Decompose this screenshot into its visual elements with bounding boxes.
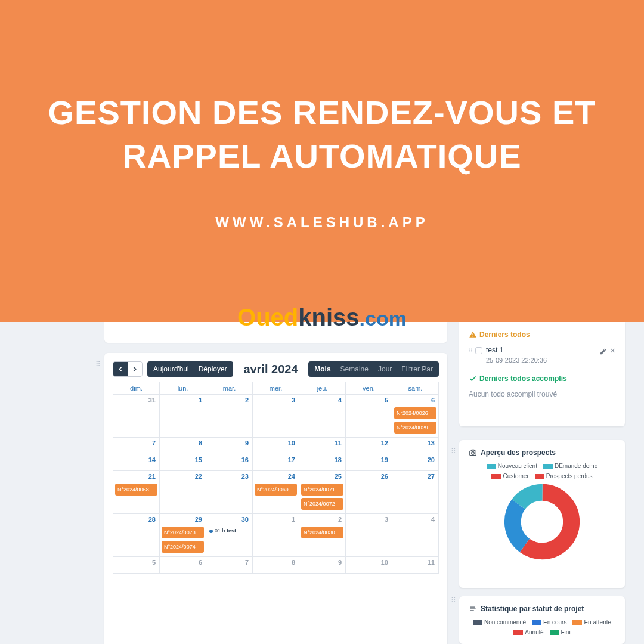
calendar-event[interactable]: N°2024/0026 bbox=[394, 407, 436, 419]
prospects-legend: Nouveau clientDEmande demoCustomerProspe… bbox=[469, 463, 615, 479]
calendar-day-cell[interactable]: 20 bbox=[392, 454, 438, 470]
calendar-event[interactable]: N°2024/0029 bbox=[394, 422, 436, 434]
calendar-event[interactable]: N°2024/0030 bbox=[301, 527, 343, 538]
menu-icon bbox=[469, 605, 477, 613]
calendar-day-cell[interactable]: 25N°2024/0071N°2024/0072 bbox=[299, 471, 345, 513]
day-number: 5 bbox=[152, 559, 156, 566]
delete-todo-button[interactable]: ✕ bbox=[610, 347, 615, 357]
view-day-button[interactable]: Jour bbox=[373, 365, 397, 373]
calendar-card: Aujourd'hui Déployer avril 2024 Mois Sem… bbox=[104, 353, 447, 644]
legend-item: Non commencé bbox=[473, 619, 526, 626]
day-number: 9 bbox=[245, 439, 249, 447]
calendar-day-cell[interactable]: 4 bbox=[392, 514, 438, 556]
donut-chart bbox=[503, 483, 581, 561]
calendar-day-cell[interactable]: 3001 h test bbox=[206, 514, 252, 556]
calendar-day-cell[interactable]: 26 bbox=[345, 471, 392, 513]
calendar-day-cell[interactable]: 16 bbox=[206, 454, 252, 470]
calendar-event[interactable]: N°2024/0069 bbox=[255, 484, 297, 496]
calendar-day-cell[interactable]: 6 bbox=[159, 557, 206, 573]
hero-title: GESTION DES RENDEZ-VOUS ET RAPPEL AUTOMA… bbox=[48, 91, 596, 178]
legend-swatch bbox=[543, 464, 553, 469]
calendar-prev-button[interactable] bbox=[113, 362, 128, 376]
calendar-day-cell[interactable]: 2 bbox=[206, 395, 252, 437]
calendar-day-cell[interactable]: 4 bbox=[299, 395, 345, 437]
edit-todo-button[interactable] bbox=[599, 347, 608, 357]
status-card: Statistique par statut de projet Non com… bbox=[459, 596, 625, 644]
day-number: 5 bbox=[385, 397, 388, 404]
calendar-day-cell[interactable]: 7 bbox=[206, 557, 252, 573]
legend-item: Annulé bbox=[513, 629, 543, 636]
calendar-day-cell[interactable]: 31 bbox=[113, 395, 159, 437]
today-button[interactable]: Aujourd'hui bbox=[150, 365, 193, 373]
day-number: 20 bbox=[428, 456, 435, 463]
calendar-event[interactable]: N°2024/0072 bbox=[301, 498, 343, 510]
calendar-nav-left: Aujourd'hui Déployer bbox=[113, 361, 233, 377]
calendar-day-cell[interactable]: 2N°2024/0030 bbox=[299, 514, 345, 556]
calendar-day-cell[interactable]: 10 bbox=[345, 557, 392, 573]
svg-rect-1 bbox=[472, 336, 473, 336]
todo-actions: ✕ bbox=[599, 347, 615, 357]
drag-handle-icon[interactable]: ⠿ bbox=[469, 348, 472, 354]
todo-text: test 1 25-09-2023 22:20:36 bbox=[486, 346, 596, 364]
calendar-day-cell[interactable]: 5 bbox=[345, 395, 392, 437]
todo-checkbox[interactable] bbox=[475, 347, 482, 354]
calendar-day-cell[interactable]: 21N°2024/0068 bbox=[113, 471, 159, 513]
status-legend: Non commencéEn coursEn attenteAnnuléFini bbox=[469, 619, 615, 636]
calendar-day-cell[interactable]: 10 bbox=[252, 438, 299, 454]
calendar-next-button[interactable] bbox=[128, 362, 142, 376]
previous-card-bottom bbox=[104, 322, 447, 343]
calendar-day-cell[interactable]: 3 bbox=[345, 514, 392, 556]
calendar-day-cell[interactable]: 29N°2024/0073N°2024/0074 bbox=[159, 514, 206, 556]
dot-icon bbox=[209, 530, 213, 533]
drag-handle-icon[interactable]: ⠿ bbox=[95, 360, 100, 369]
calendar-day-cell[interactable]: 11 bbox=[299, 438, 345, 454]
legend-swatch bbox=[487, 464, 496, 469]
calendar-day-cell[interactable]: 18 bbox=[299, 454, 345, 470]
calendar-day-cell[interactable]: 3 bbox=[252, 395, 299, 437]
calendar-day-cell[interactable]: 22 bbox=[159, 471, 206, 513]
calendar-timed-event[interactable]: 01 h test bbox=[208, 527, 250, 535]
calendar-day-cell[interactable]: 11 bbox=[392, 557, 438, 573]
drag-handle-icon[interactable]: ⠿ bbox=[451, 447, 455, 456]
deploy-button[interactable]: Déployer bbox=[195, 365, 231, 373]
todos-done-empty: Aucun todo accompli trouvé bbox=[469, 390, 615, 398]
hero-title-line1: GESTION DES RENDEZ-VOUS ET bbox=[48, 94, 596, 131]
calendar-day-cell[interactable]: 27 bbox=[392, 471, 438, 513]
check-icon bbox=[469, 374, 477, 383]
todo-item: ⠿ test 1 25-09-2023 22:20:36 ✕ bbox=[469, 346, 615, 364]
calendar-event[interactable]: N°2024/0073 bbox=[162, 527, 204, 538]
legend-swatch bbox=[491, 474, 501, 479]
day-number: 2 bbox=[338, 516, 342, 523]
calendar-day-cell[interactable]: 9 bbox=[206, 438, 252, 454]
calendar-day-cell[interactable]: 14 bbox=[113, 454, 159, 470]
status-header: Statistique par statut de projet bbox=[469, 605, 615, 613]
calendar-day-cell[interactable]: 19 bbox=[345, 454, 392, 470]
calendar-day-cell[interactable]: 6N°2024/0026N°2024/0029 bbox=[392, 395, 438, 437]
calendar-day-cell[interactable]: 8 bbox=[159, 438, 206, 454]
calendar-day-cell[interactable]: 12 bbox=[345, 438, 392, 454]
calendar-day-cell[interactable]: 1 bbox=[252, 514, 299, 556]
calendar-day-cell[interactable]: 5 bbox=[113, 557, 159, 573]
calendar-event[interactable]: N°2024/0071 bbox=[301, 484, 343, 496]
calendar-day-cell[interactable]: 15 bbox=[159, 454, 206, 470]
hero-url: WWW.SALESHUB.APP bbox=[215, 214, 428, 231]
calendar-day-cell[interactable]: 23 bbox=[206, 471, 252, 513]
view-week-button[interactable]: Semaine bbox=[336, 365, 373, 373]
calendar-day-cell[interactable]: 1 bbox=[159, 395, 206, 437]
calendar-day-cell[interactable]: 8 bbox=[252, 557, 299, 573]
calendar-day-cell[interactable]: 13 bbox=[392, 438, 438, 454]
calendar-day-cell[interactable]: 9 bbox=[299, 557, 345, 573]
drag-handle-icon[interactable]: ⠿ bbox=[451, 596, 455, 605]
view-month-button[interactable]: Mois bbox=[309, 365, 335, 373]
day-number: 25 bbox=[335, 473, 342, 480]
weekday-label: mer. bbox=[252, 382, 299, 394]
calendar-event[interactable]: N°2024/0074 bbox=[162, 541, 204, 553]
calendar-event[interactable]: N°2024/0068 bbox=[115, 484, 157, 496]
calendar-view-switch: Mois Semaine Jour Filtrer Par bbox=[308, 361, 439, 377]
calendar-day-cell[interactable]: 24N°2024/0069 bbox=[252, 471, 299, 513]
calendar-day-cell[interactable]: 17 bbox=[252, 454, 299, 470]
view-filter-button[interactable]: Filtrer Par bbox=[397, 365, 438, 373]
calendar-day-cell[interactable]: 28 bbox=[113, 514, 159, 556]
calendar-day-cell[interactable]: 7 bbox=[113, 438, 159, 454]
day-number: 31 bbox=[148, 397, 156, 404]
